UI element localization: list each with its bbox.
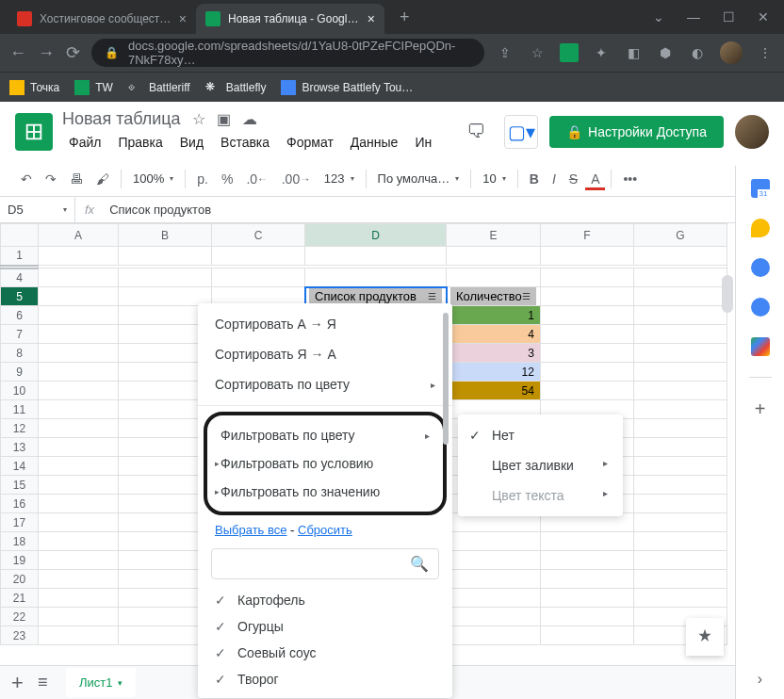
row-header[interactable]: 16	[1, 495, 39, 513]
row-header[interactable]: 9	[1, 363, 39, 382]
undo-button[interactable]: ↶	[15, 168, 38, 190]
menu-tools[interactable]: Ин	[408, 131, 438, 154]
reset-link[interactable]: Сбросить	[298, 523, 352, 537]
browser-tab-inactive[interactable]: Хостинговое сообщество «Tim ×	[8, 4, 196, 34]
column-header[interactable]: D	[305, 224, 447, 247]
filter-icon[interactable]: ☰	[522, 291, 531, 301]
browser-tab-active[interactable]: Новая таблица - Google Табли... ×	[196, 4, 384, 34]
more-tools-button[interactable]: •••	[617, 168, 643, 190]
tasks-icon[interactable]	[751, 258, 770, 277]
row-header[interactable]: 17	[1, 513, 39, 532]
submenu-none[interactable]: Нет	[458, 420, 623, 450]
explore-button[interactable]	[686, 618, 724, 656]
menu-edit[interactable]: Правка	[111, 131, 169, 154]
star-icon[interactable]: ☆	[192, 110, 205, 128]
filter-value-item[interactable]: Творог	[211, 666, 439, 692]
row-header[interactable]: 7	[1, 325, 39, 344]
italic-button[interactable]: I	[547, 168, 562, 190]
bookmark-item[interactable]: ❋Battlefly	[205, 80, 267, 95]
close-icon[interactable]: ×	[179, 11, 187, 26]
filter-value-item[interactable]: Картофель	[211, 587, 439, 613]
vertical-scrollbar[interactable]	[720, 219, 735, 652]
forward-button[interactable]: →	[38, 43, 55, 63]
menu-file[interactable]: Файл	[62, 131, 107, 154]
text-color-button[interactable]: A	[585, 168, 605, 190]
row-header[interactable]: 4	[1, 268, 39, 287]
row-header[interactable]: 23	[1, 626, 39, 645]
row-header[interactable]: 1	[1, 247, 39, 266]
document-title[interactable]: Новая таблица	[62, 109, 181, 129]
share-icon[interactable]: ⇪	[496, 43, 514, 62]
print-button[interactable]: 🖶	[64, 168, 89, 190]
font-size-dropdown[interactable]: 10	[477, 168, 511, 189]
row-header[interactable]: 20	[1, 570, 39, 589]
sheet-tab[interactable]: Лист1 ▾	[66, 668, 136, 697]
filter-value-item[interactable]: Огурцы	[211, 613, 439, 640]
close-icon[interactable]: ✕	[758, 9, 769, 24]
sort-a-to-z[interactable]: Сортировать А → Я	[198, 309, 452, 339]
extension-icon[interactable]: ◧	[624, 43, 643, 62]
row-header[interactable]: 11	[1, 400, 39, 419]
filter-by-condition[interactable]: Фильтровать по условию	[207, 449, 443, 478]
filter-value-item[interactable]: Соевый соус	[211, 640, 439, 666]
kebab-icon[interactable]: ⋮	[756, 43, 775, 62]
add-sheet-button[interactable]: +	[11, 671, 24, 695]
menu-data[interactable]: Данные	[344, 131, 405, 154]
row-header[interactable]: 22	[1, 608, 39, 626]
cell-e5[interactable]: Количество☰	[447, 287, 541, 306]
contacts-icon[interactable]	[751, 298, 770, 317]
chevron-down-icon[interactable]: ⌄	[653, 9, 664, 24]
filter-by-value[interactable]: Фильтровать по значению	[207, 478, 443, 506]
menu-format[interactable]: Формат	[280, 131, 340, 154]
column-header[interactable]: A	[39, 224, 119, 247]
calendar-icon[interactable]: 31	[751, 179, 770, 198]
name-box[interactable]: D5▾	[0, 197, 75, 222]
filter-by-color[interactable]: Фильтровать по цвету	[207, 421, 443, 449]
address-bar[interactable]: 🔒 docs.google.com/spreadsheets/d/1YaU8-0…	[91, 39, 484, 67]
move-icon[interactable]: ▣	[217, 110, 231, 128]
formula-input[interactable]: Список продуктов	[104, 203, 784, 217]
maps-icon[interactable]	[751, 337, 770, 356]
currency-button[interactable]: р.	[191, 168, 214, 190]
row-header[interactable]: 5	[1, 287, 39, 306]
chevron-right-icon[interactable]: ›	[758, 671, 762, 688]
back-button[interactable]: ←	[9, 43, 26, 63]
percent-button[interactable]: %	[216, 168, 238, 190]
filter-search-input[interactable]	[221, 557, 410, 572]
row-header[interactable]: 13	[1, 438, 39, 457]
new-tab-button[interactable]: +	[392, 4, 417, 31]
column-header[interactable]: G	[633, 224, 727, 247]
number-format-dropdown[interactable]: 123	[318, 168, 360, 189]
increase-decimal-button[interactable]: .00→	[276, 168, 317, 190]
column-header[interactable]: F	[540, 224, 633, 247]
paint-format-button[interactable]: 🖌	[90, 168, 115, 190]
redo-button[interactable]: ↷	[40, 168, 62, 190]
row-header[interactable]: 19	[1, 551, 39, 570]
all-sheets-button[interactable]: ≡	[38, 673, 48, 692]
submenu-fill-color[interactable]: Цвет заливки	[458, 450, 623, 480]
bookmark-item[interactable]: Точка	[9, 80, 59, 95]
bookmark-item[interactable]: ⟐Battleriff	[128, 80, 190, 95]
keep-icon[interactable]	[751, 219, 770, 237]
puzzle-icon[interactable]: ✦	[592, 43, 611, 62]
scrollbar[interactable]	[443, 313, 449, 689]
account-avatar[interactable]	[735, 115, 769, 149]
row-header[interactable]: 14	[1, 457, 39, 476]
maximize-icon[interactable]: ☐	[723, 9, 735, 24]
filter-search[interactable]: 🔍	[211, 548, 439, 579]
column-header[interactable]: E	[447, 224, 541, 247]
cloud-icon[interactable]: ☁	[242, 110, 257, 128]
sheets-logo[interactable]	[15, 113, 53, 151]
profile-avatar[interactable]	[720, 41, 743, 64]
strikethrough-button[interactable]: S	[564, 168, 583, 190]
minimize-icon[interactable]: —	[687, 9, 700, 24]
extension-icon[interactable]: ◐	[688, 43, 707, 62]
decrease-decimal-button[interactable]: .0←	[240, 168, 273, 190]
bookmark-item[interactable]: Browse Battlefy Tou…	[281, 80, 413, 95]
sort-by-color[interactable]: Сортировать по цвету	[198, 369, 452, 399]
select-all-link[interactable]: Выбрать все	[215, 523, 286, 537]
bold-button[interactable]: B	[524, 168, 545, 190]
share-button[interactable]: 🔒 Настройки Доступа	[549, 116, 724, 148]
bookmark-item[interactable]: TW	[74, 80, 113, 95]
present-button[interactable]: ▢▾	[504, 115, 538, 149]
